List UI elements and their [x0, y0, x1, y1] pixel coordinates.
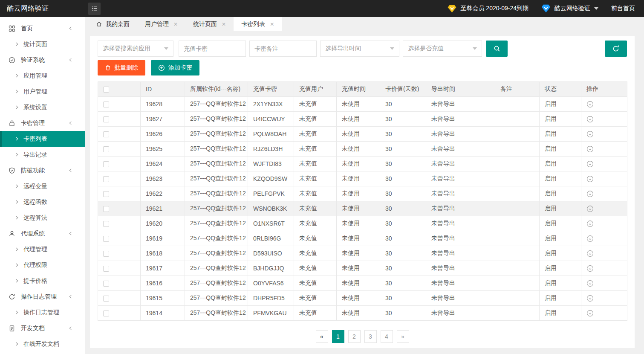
menu-toggle-button[interactable] [88, 3, 101, 15]
row-checkbox[interactable] [103, 266, 109, 272]
download-icon[interactable] [586, 295, 594, 302]
chevron-right-icon [14, 263, 19, 267]
sidebar-item-system-settings[interactable]: 系统设置 [0, 99, 85, 115]
pagination-page-2[interactable]: 2 [348, 330, 361, 343]
row-checkbox[interactable] [103, 116, 109, 122]
search-button[interactable] [486, 41, 508, 57]
download-icon[interactable] [586, 145, 594, 153]
download-icon[interactable] [586, 280, 594, 287]
pagination-page-4[interactable]: 4 [381, 330, 393, 343]
col-header-days: 卡价值(天数) [380, 82, 426, 97]
row-checkbox[interactable] [103, 206, 109, 212]
export-time-select[interactable]: 选择导出时间 [320, 41, 399, 57]
sidebar-item-dev-docs[interactable]: 开发文档 [0, 320, 85, 336]
sidebar-item-user-manage[interactable]: 用户管理 [0, 84, 85, 99]
pagination-page-3[interactable]: 3 [364, 330, 377, 343]
pagination-next[interactable]: » [397, 330, 409, 343]
sidebar-item-export-records[interactable]: 导出记录 [0, 147, 85, 162]
sidebar-item-home[interactable]: 首页 [0, 20, 85, 36]
download-icon[interactable] [586, 205, 594, 212]
row-checkbox[interactable] [103, 251, 109, 257]
download-icon[interactable] [586, 235, 594, 242]
tab-stats-page[interactable]: 统计页面✕ [185, 17, 234, 31]
add-card-button[interactable]: 添加卡密 [151, 60, 199, 75]
row-checkbox[interactable] [103, 176, 109, 182]
cell-software: 257---QQ查封软件12 [185, 201, 248, 216]
card-note-input[interactable] [249, 41, 317, 57]
row-checkbox[interactable] [103, 310, 109, 316]
row-checkbox[interactable] [103, 236, 109, 242]
refresh-button[interactable] [605, 41, 627, 57]
table-row: 19625257---QQ查封软件12RJZ6LD3H未充值未使用30未曾导出启… [98, 142, 627, 157]
sidebar-item-oplog-group[interactable]: 操作日志管理 [0, 289, 85, 305]
sidebar-item-stats-page[interactable]: 统计页面 [0, 36, 85, 52]
recharge-select[interactable]: 选择是否充值 [403, 41, 482, 57]
cell-status: 启用 [540, 97, 581, 112]
cell-time: 未使用 [337, 186, 380, 201]
download-icon[interactable] [586, 220, 594, 227]
sidebar-item-card-manage[interactable]: 卡密管理 [0, 115, 85, 131]
cell-status: 启用 [540, 261, 581, 276]
caret-down-icon [390, 47, 394, 50]
tab-desktop[interactable]: 我的桌面 [88, 17, 137, 31]
sidebar-item-agent-permission[interactable]: 代理权限 [0, 257, 85, 273]
sidebar-item-online-dev-docs[interactable]: 在线开发文档 [0, 336, 85, 352]
caret-down-icon [594, 7, 598, 10]
frontend-home-link[interactable]: 前台首页 [611, 5, 635, 12]
membership-badge[interactable]: 至尊会员 2020-09-24到期 [448, 5, 528, 13]
download-icon[interactable] [586, 310, 594, 317]
cell-note [495, 127, 540, 142]
close-icon[interactable]: ✕ [270, 22, 274, 27]
cell-actions [581, 127, 627, 142]
chevron-right-icon [14, 200, 19, 204]
download-icon[interactable] [586, 160, 594, 168]
cell-days: 30 [380, 246, 426, 261]
download-icon[interactable] [586, 175, 594, 183]
app-select[interactable]: 选择要搜索的应用 [98, 41, 173, 57]
download-icon[interactable] [586, 250, 594, 257]
batch-delete-button[interactable]: 批量删除 [98, 60, 145, 75]
download-icon[interactable] [586, 265, 594, 272]
row-checkbox[interactable] [103, 161, 109, 167]
sidebar-item-app-manage[interactable]: 应用管理 [0, 68, 85, 84]
sidebar-item-anti-crack[interactable]: 防破功能 [0, 162, 85, 178]
card-key-input[interactable] [179, 41, 246, 57]
row-checkbox[interactable] [103, 221, 109, 227]
sidebar-item-remote-algorithm[interactable]: 远程算法 [0, 210, 85, 226]
row-checkbox[interactable] [103, 191, 109, 197]
download-icon[interactable] [586, 101, 594, 108]
sidebar-item-agent-manage[interactable]: 代理管理 [0, 241, 85, 257]
user-menu[interactable]: 酷云网络验证 [541, 4, 598, 13]
row-checkbox[interactable] [103, 296, 109, 302]
cell-days: 30 [380, 201, 426, 216]
download-icon[interactable] [586, 190, 594, 197]
shield-icon [9, 167, 15, 174]
cell-card: PELFGPVK [248, 186, 294, 201]
sidebar-item-card-price[interactable]: 提卡价格 [0, 273, 85, 289]
download-icon[interactable] [586, 131, 594, 138]
select-all-checkbox[interactable] [103, 87, 109, 93]
sidebar-item-remote-variable[interactable]: 远程变量 [0, 178, 85, 194]
close-icon[interactable]: ✕ [222, 22, 226, 27]
sidebar-item-remote-function[interactable]: 远程函数 [0, 194, 85, 210]
sidebar-item-verify-system[interactable]: 验证系统 [0, 52, 85, 68]
cell-user: 未充值 [294, 171, 337, 186]
cell-user: 未充值 [294, 201, 337, 216]
cell-note [495, 142, 540, 157]
download-icon[interactable] [586, 116, 594, 123]
cell-checkbox [98, 186, 141, 201]
sidebar-item-agent-system[interactable]: 代理系统 [0, 226, 85, 241]
cell-status: 启用 [540, 276, 581, 291]
row-checkbox[interactable] [103, 146, 109, 152]
pagination-prev[interactable]: « [316, 330, 328, 343]
chevron-left-icon [68, 26, 73, 31]
row-checkbox[interactable] [103, 131, 109, 137]
row-checkbox[interactable] [103, 102, 109, 107]
row-checkbox[interactable] [103, 281, 109, 287]
sidebar-item-oplog-manage[interactable]: 操作日志管理 [0, 305, 85, 320]
close-icon[interactable]: ✕ [173, 22, 178, 27]
pagination-page-1[interactable]: 1 [332, 330, 344, 343]
tab-user-manage[interactable]: 用户管理✕ [137, 17, 185, 31]
tab-card-list[interactable]: 卡密列表✕ [234, 17, 282, 31]
sidebar-item-card-list[interactable]: 卡密列表 [0, 131, 85, 147]
